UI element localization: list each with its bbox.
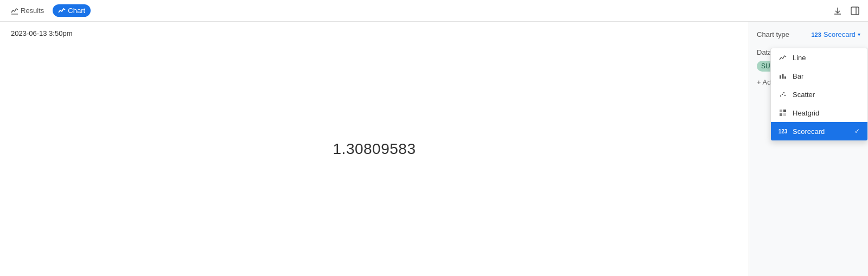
chart-type-label: Chart type (757, 30, 789, 38)
scorecard-chart-icon: 123 (778, 127, 787, 136)
svg-point-10 (783, 92, 784, 93)
dropdown-item-bar[interactable]: Bar (771, 67, 867, 85)
scorecard-badge-icon: 123 (811, 31, 821, 38)
svg-rect-13 (783, 110, 786, 112)
line-chart-icon (778, 53, 787, 62)
dropdown-item-heatgrid-label: Heatgrid (793, 109, 819, 117)
chart-area: 2023-06-13 3:50pm 1.30809583 (0, 22, 749, 276)
dropdown-item-scatter[interactable]: Scatter (771, 85, 867, 104)
dropdown-item-line-label: Line (793, 54, 806, 62)
toolbar: Results Chart (0, 0, 868, 22)
chart-icon (58, 7, 66, 15)
scorecard-badge-label: Scorecard (824, 30, 856, 38)
sidebar-toggle-button[interactable] (848, 4, 861, 17)
dropdown-item-scatter-label: Scatter (793, 91, 815, 99)
chart-type-header: Chart type 123 Scorecard ▾ (749, 30, 868, 44)
download-button[interactable] (831, 4, 844, 17)
dropdown-item-line[interactable]: Line (771, 48, 867, 67)
svg-point-9 (782, 94, 783, 95)
dropdown-item-heatgrid[interactable]: Heatgrid (771, 104, 867, 122)
svg-point-8 (780, 95, 781, 97)
sidebar-icon (851, 7, 859, 15)
results-label: Results (21, 7, 44, 15)
chart-type-dropdown: Line Bar (770, 48, 868, 141)
heatgrid-chart-icon (778, 108, 787, 117)
chart-timestamp: 2023-06-13 3:50pm (11, 29, 72, 37)
right-panel: Chart type 123 Scorecard ▾ Data SUMIC no… (749, 22, 868, 276)
svg-rect-7 (784, 76, 786, 79)
bar-chart-icon (778, 72, 787, 80)
chart-value: 1.30809583 (0, 22, 749, 276)
scorecard-badge[interactable]: 123 Scorecard ▾ (811, 30, 860, 38)
svg-rect-15 (783, 113, 786, 116)
svg-rect-5 (780, 75, 781, 79)
download-icon (833, 7, 842, 15)
dropdown-item-scorecard[interactable]: 123 Scorecard ✓ (771, 122, 867, 140)
chevron-down-icon: ▾ (858, 31, 860, 37)
dropdown-item-bar-label: Bar (793, 72, 803, 80)
svg-rect-3 (851, 7, 859, 15)
scatter-chart-icon (778, 90, 787, 99)
svg-rect-14 (780, 113, 782, 116)
chart-button[interactable]: Chart (53, 4, 91, 17)
svg-rect-12 (780, 110, 782, 112)
results-button[interactable]: Results (7, 4, 48, 17)
svg-rect-6 (782, 74, 784, 79)
main-container: 2023-06-13 3:50pm 1.30809583 Chart type … (0, 22, 868, 276)
check-icon: ✓ (854, 127, 860, 135)
chart-label: Chart (68, 7, 85, 15)
svg-point-11 (784, 95, 786, 96)
dropdown-item-scorecard-label: Scorecard (793, 127, 825, 136)
toolbar-right (831, 4, 861, 17)
toolbar-left: Results Chart (7, 4, 91, 17)
results-icon (11, 7, 18, 15)
